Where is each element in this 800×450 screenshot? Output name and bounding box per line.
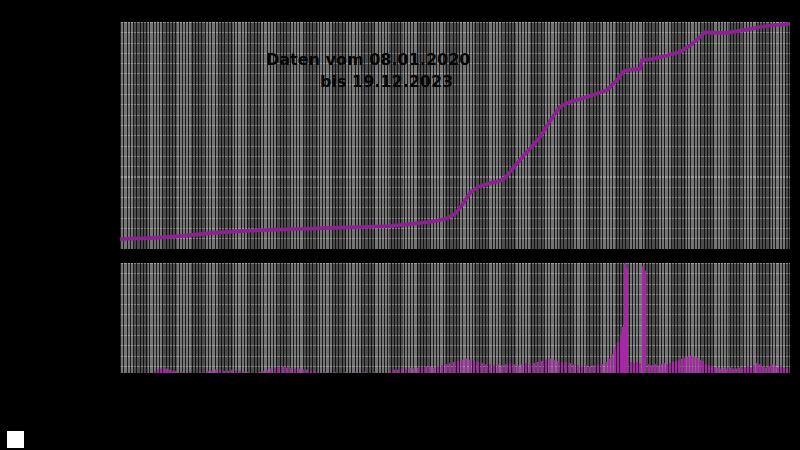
chart-figure: Daten vom 08.01.2020 bis 19.12.2023: [0, 0, 800, 450]
daily-bars: [120, 263, 790, 373]
legend-swatch: [7, 431, 24, 448]
date-range-line1: Daten vom 08.01.2020: [266, 49, 470, 71]
daily-chart-panel: [120, 263, 790, 373]
date-range-line2: bis 19.12.2023: [266, 71, 470, 93]
cumulative-chart-panel: Daten vom 08.01.2020 bis 19.12.2023: [120, 22, 790, 249]
date-range-annotation: Daten vom 08.01.2020 bis 19.12.2023: [266, 49, 470, 93]
